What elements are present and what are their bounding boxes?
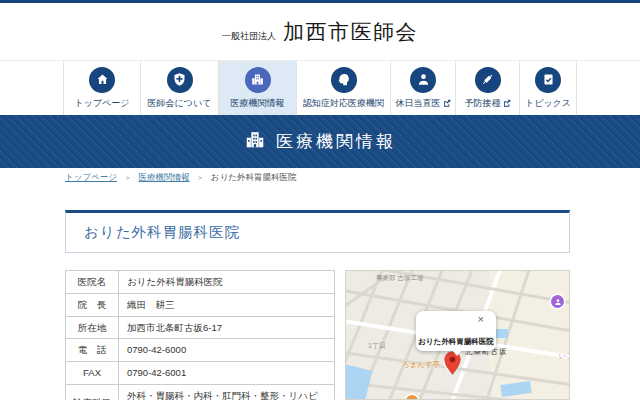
map-label-restaurant: ろまんす亭 — [402, 360, 440, 370]
info-window-tail — [452, 350, 462, 356]
nav-item-topics[interactable]: トピックス — [519, 61, 577, 115]
breadcrumb-link-top[interactable]: トップページ — [65, 172, 117, 184]
head-brain-icon — [331, 67, 357, 93]
nav-item-label: 医療機関情報 — [231, 97, 285, 110]
table-row: 所在地 加西市北条町古坂6-17 — [66, 316, 335, 339]
breadcrumb-link-medical-info[interactable]: 医療機関情報 — [139, 172, 190, 184]
row-label: 院 長 — [66, 293, 119, 316]
nav-item-medical-info[interactable]: 医療機関情報 — [218, 61, 296, 115]
nav-item-label: 医師会について — [148, 97, 212, 110]
table-row: 診療科目 外科・胃腸科・内科・肛門科・整形・リハビリテーション科 — [66, 384, 335, 400]
row-value: 加西市北条町古坂6-17 — [119, 316, 335, 339]
water-area — [500, 381, 531, 397]
external-link-icon — [503, 99, 511, 107]
nav-item-holiday-doctor[interactable]: 休日当直医 — [390, 61, 455, 115]
row-label: 電 話 — [66, 339, 119, 362]
site-logo[interactable]: 一般社団法人 加西市医師会 — [222, 18, 418, 46]
main-nav: トップページ 医師会について 医療機関情報 認知症対応医療機関 休日当直医 — [0, 60, 640, 115]
nav-item-label: トピックス — [525, 97, 571, 110]
map-info-window: × おりた外科胃腸科医院 — [416, 311, 496, 351]
org-name-label: 加西市医師会 — [283, 18, 418, 46]
table-row: 院 長 織田 耕三 — [66, 293, 335, 316]
syringe-icon — [475, 67, 501, 93]
school-poi-icon[interactable] — [551, 295, 564, 308]
nav-item-label: 認知症対応医療機関 — [303, 97, 384, 110]
restaurant-poi-icon[interactable] — [406, 395, 418, 400]
table-row: 電 話 0790-42-6000 — [66, 339, 335, 362]
nav-item-dementia[interactable]: 認知症対応医療機関 — [296, 61, 390, 115]
page-title-box: おりた外科胃腸科医院 — [65, 210, 570, 253]
page-banner: 医療機関情報 — [0, 115, 640, 168]
table-row: 医院名 おりた外科胃腸科医院 — [66, 271, 335, 294]
banner-title: 医療機関情報 — [276, 130, 396, 153]
clinic-map[interactable]: 事業部 古坂工場 1丁目 北条町古坂 ろまんす亭 いこ × おりた外科胃腸科医院 — [345, 270, 570, 400]
close-icon[interactable]: × — [478, 314, 484, 325]
nav-item-label: 休日当直医 — [396, 97, 451, 110]
info-window-title: おりた外科胃腸科医院 — [416, 337, 496, 347]
breadcrumb-separator: ＞ — [124, 173, 132, 183]
doctor-icon — [410, 67, 436, 93]
row-value: 0790-42-6000 — [119, 339, 335, 362]
nav-item-label: トップページ — [74, 97, 129, 110]
nav-item-about[interactable]: 医師会について — [140, 61, 218, 115]
row-value: 織田 耕三 — [119, 293, 335, 316]
hospital-banner-icon — [244, 129, 266, 155]
nav-item-label: 予防接種 — [465, 97, 511, 110]
map-label-partial: いこ — [559, 351, 570, 361]
table-row: FAX 0790-42-6001 — [66, 362, 335, 385]
water-area — [494, 329, 508, 338]
map-label-factory: 事業部 古坂工場 — [376, 274, 423, 283]
water-area — [345, 364, 372, 400]
row-label: 所在地 — [66, 316, 119, 339]
clinic-info-table: 医院名 おりた外科胃腸科医院 院 長 織田 耕三 所在地 加西市北条町古坂6-1… — [65, 270, 335, 400]
nav-item-vaccination[interactable]: 予防接種 — [455, 61, 519, 115]
shield-cross-icon — [167, 67, 193, 93]
external-link-icon — [443, 99, 451, 107]
memo-check-icon — [535, 67, 561, 93]
hospital-icon — [245, 67, 271, 93]
row-label: 診療科目 — [66, 384, 119, 400]
breadcrumb-separator: ＞ — [197, 173, 205, 183]
row-value: 外科・胃腸科・内科・肛門科・整形・リハビリテーション科 — [119, 384, 335, 400]
home-icon — [89, 67, 115, 93]
site-header: 一般社団法人 加西市医師会 — [0, 3, 640, 60]
map-label-chome: 1丁目 — [368, 341, 386, 351]
page: 一般社団法人 加西市医師会 トップページ 医師会について 医療機関情報 — [0, 0, 640, 400]
row-label: 医院名 — [66, 271, 119, 294]
breadcrumb: トップページ ＞ 医療機関情報 ＞ おりた外科胃腸科医院 — [65, 172, 297, 184]
row-value: おりた外科胃腸科医院 — [119, 271, 335, 294]
row-label: FAX — [66, 362, 119, 385]
nav-item-top-page[interactable]: トップページ — [63, 61, 140, 115]
org-type-label: 一般社団法人 — [222, 30, 276, 43]
breadcrumb-current: おりた外科胃腸科医院 — [211, 172, 297, 184]
row-value: 0790-42-6001 — [119, 362, 335, 385]
page-title: おりた外科胃腸科医院 — [84, 223, 240, 242]
